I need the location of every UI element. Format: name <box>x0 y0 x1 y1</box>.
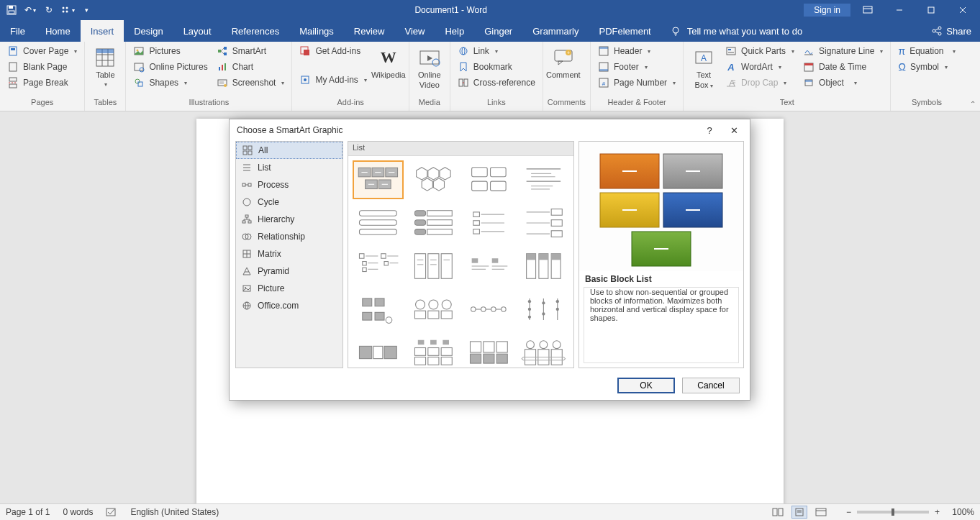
category-relationship[interactable]: Relationship <box>236 228 342 245</box>
minimize-icon[interactable] <box>885 0 914 20</box>
text-box-button[interactable]: A TextBox▾ <box>688 43 720 91</box>
quick-parts-button[interactable]: Quick Parts▾ <box>722 43 797 59</box>
comment-button[interactable]: + Comment <box>548 43 579 79</box>
category-picture[interactable]: Picture <box>236 280 342 297</box>
web-layout-icon[interactable] <box>813 506 829 519</box>
tab-design[interactable]: Design <box>124 20 173 42</box>
blank-page-button[interactable]: Blank Page <box>4 59 80 75</box>
gallery-grid[interactable] <box>348 156 573 368</box>
ok-button[interactable]: OK <box>617 378 675 393</box>
gallery-item[interactable] <box>353 247 404 286</box>
dialog-titlebar[interactable]: Choose a SmartArt Graphic ? ✕ <box>230 119 750 141</box>
gallery-item[interactable] <box>408 204 459 242</box>
page-number-button[interactable]: #Page Number▾ <box>595 75 679 91</box>
tab-grammarly[interactable]: Grammarly <box>522 20 589 42</box>
bookmark-button[interactable]: Bookmark <box>455 59 538 75</box>
category-cycle[interactable]: Cycle <box>236 193 342 211</box>
gallery-item[interactable] <box>463 290 514 329</box>
my-addins-button[interactable]: My Add-ins▾ <box>296 72 369 88</box>
date-time-button[interactable]: Date & Time <box>800 59 886 75</box>
cross-reference-button[interactable]: Cross-reference <box>455 75 538 91</box>
page-break-button[interactable]: Page Break <box>4 75 80 91</box>
tab-layout[interactable]: Layout <box>173 20 222 42</box>
gallery-item[interactable] <box>408 333 459 368</box>
tab-file[interactable]: File <box>0 20 35 42</box>
object-button[interactable]: Object▾ <box>800 75 886 91</box>
shapes-button[interactable]: Shapes▾ <box>130 75 210 91</box>
tab-help[interactable]: Help <box>435 20 474 42</box>
gallery-item[interactable] <box>353 333 404 368</box>
gallery-item[interactable] <box>463 247 514 286</box>
print-layout-icon[interactable] <box>791 506 807 519</box>
qat-customize-icon[interactable]: ▾ <box>78 2 95 18</box>
save-icon[interactable] <box>3 2 20 18</box>
gallery-item[interactable] <box>518 333 569 368</box>
tell-me-search[interactable]: Tell me what you want to do <box>661 20 811 42</box>
close-icon[interactable] <box>948 0 977 20</box>
zoom-slider[interactable] <box>857 511 929 514</box>
tab-pdfelement[interactable]: PDFelement <box>589 20 661 42</box>
wordart-button[interactable]: AWordArt▾ <box>722 59 797 75</box>
smartart-button[interactable]: SmartArt <box>214 43 288 59</box>
category-hierarchy[interactable]: Hierarchy <box>236 211 342 228</box>
gallery-item[interactable] <box>518 160 569 199</box>
gallery-item[interactable] <box>463 204 514 242</box>
cover-page-button[interactable]: Cover Page▾ <box>4 43 80 59</box>
category-all[interactable]: All <box>236 142 342 159</box>
tab-references[interactable]: References <box>222 20 289 42</box>
wikipedia-button[interactable]: W Wikipedia <box>373 43 404 79</box>
screenshot-button[interactable]: Screenshot▾ <box>214 75 288 91</box>
status-words[interactable]: 0 words <box>63 507 93 517</box>
redo-icon[interactable]: ↻ <box>40 2 58 18</box>
signature-line-button[interactable]: Signature Line▾ <box>800 43 886 59</box>
gallery-item[interactable] <box>353 204 404 242</box>
footer-button[interactable]: Footer▾ <box>595 59 679 75</box>
gallery-item[interactable] <box>518 247 569 286</box>
tab-view[interactable]: View <box>394 20 435 42</box>
gallery-item[interactable] <box>408 247 459 286</box>
header-button[interactable]: Header▾ <box>595 43 679 59</box>
category-matrix[interactable]: Matrix <box>236 245 342 263</box>
drop-cap-button[interactable]: ADrop Cap▾ <box>722 75 797 91</box>
category-process[interactable]: Process <box>236 176 342 193</box>
status-page[interactable]: Page 1 of 1 <box>6 507 50 517</box>
collapse-ribbon-icon[interactable]: ⌃ <box>970 100 976 108</box>
gallery-item[interactable] <box>463 333 514 368</box>
tab-home[interactable]: Home <box>35 20 81 42</box>
undo-icon[interactable]: ↶▾ <box>22 2 39 18</box>
gallery-item-basic-block-list[interactable] <box>353 160 404 199</box>
gallery-item[interactable] <box>463 160 514 199</box>
dialog-close-icon[interactable]: ✕ <box>725 125 743 136</box>
ribbon-display-icon[interactable] <box>853 0 882 20</box>
link-button[interactable]: Link▾ <box>455 43 538 59</box>
tab-insert[interactable]: Insert <box>81 20 124 42</box>
dialog-help-icon[interactable]: ? <box>701 125 718 136</box>
zoom-in-button[interactable]: + <box>935 507 940 517</box>
share-button[interactable]: Share <box>923 20 980 42</box>
zoom-level[interactable]: 100% <box>945 507 974 517</box>
proofing-icon[interactable] <box>106 507 117 517</box>
gallery-item[interactable] <box>408 290 459 329</box>
get-addins-button[interactable]: Get Add-ins <box>296 43 369 59</box>
zoom-out-button[interactable]: − <box>846 507 851 517</box>
gallery-item[interactable] <box>518 204 569 242</box>
symbol-button[interactable]: ΩSymbol▾ <box>895 59 958 75</box>
gallery-item[interactable] <box>408 160 459 199</box>
tab-review[interactable]: Review <box>344 20 395 42</box>
table-button[interactable]: Table▾ <box>89 43 121 89</box>
tab-ginger[interactable]: Ginger <box>474 20 522 42</box>
cancel-button[interactable]: Cancel <box>682 378 740 393</box>
gallery-item[interactable] <box>353 290 404 329</box>
category-office-com[interactable]: Office.com <box>236 297 342 314</box>
read-mode-icon[interactable] <box>770 506 786 519</box>
equation-button[interactable]: πEquation▾ <box>895 43 958 59</box>
qat-more-icon[interactable]: ▾ <box>59 2 76 18</box>
sign-in-button[interactable]: Sign in <box>804 4 850 17</box>
category-pyramid[interactable]: Pyramid <box>236 263 342 280</box>
chart-button[interactable]: Chart <box>214 59 288 75</box>
online-pictures-button[interactable]: Online Pictures <box>130 59 210 75</box>
pictures-button[interactable]: Pictures <box>130 43 210 59</box>
category-list[interactable]: List <box>236 159 342 176</box>
status-language[interactable]: English (United States) <box>130 507 219 517</box>
tab-mailings[interactable]: Mailings <box>289 20 344 42</box>
